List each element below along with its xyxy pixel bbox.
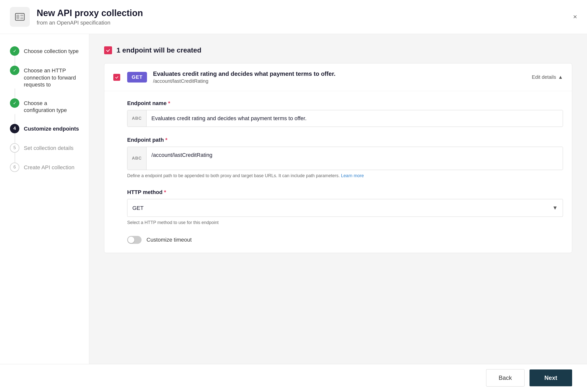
step2-label: Choose an HTTP connection to forward req… <box>24 66 79 88</box>
endpoint-card: GET Evaluates credit rating and decides … <box>104 63 572 253</box>
name-prefix: ABC <box>127 110 147 126</box>
content-area: 1 endpoint will be created GET Evaluates… <box>89 34 587 364</box>
step-connector-5 <box>15 153 15 162</box>
step4-icon: 4 <box>10 124 19 133</box>
learn-more-link[interactable]: Learn more <box>341 173 364 178</box>
customize-timeout-label: Customize timeout <box>147 237 192 243</box>
endpoint-path-label: Endpoint path * <box>127 137 563 143</box>
step4-label: Customize endpoints <box>24 124 79 132</box>
endpoint-info: Evaluates credit rating and decides what… <box>153 70 532 84</box>
endpoint-name-label: Endpoint name * <box>127 100 563 106</box>
step3-label: Choose a configuration type <box>24 98 79 114</box>
main-layout: ✓ Choose collection type ✓ Choose an HTT… <box>0 34 587 364</box>
required-star-method: * <box>164 189 166 196</box>
sidebar-item-step6: 6 Create API collection <box>10 162 79 172</box>
endpoint-title: Evaluates credit rating and decides what… <box>153 70 532 77</box>
step-connector-1 <box>15 56 15 66</box>
back-button[interactable]: Back <box>486 369 524 386</box>
endpoint-name-group: Endpoint name * ABC <box>127 100 563 127</box>
modal-header: New API proxy collection from an OpenAPI… <box>0 0 587 34</box>
edit-details-button[interactable]: Edit details ▲ <box>532 74 563 80</box>
step2-icon: ✓ <box>10 66 19 75</box>
endpoint-checkbox[interactable] <box>113 74 120 81</box>
header-icon <box>10 7 30 27</box>
endpoint-path-display: /account/lastCreditRating <box>153 78 532 84</box>
customize-timeout-row: Customize timeout <box>127 236 563 244</box>
http-method-select-wrapper: GET POST PUT DELETE PATCH OPTIONS HEAD ▼ <box>127 199 563 217</box>
sidebar: ✓ Choose collection type ✓ Choose an HTT… <box>0 34 89 364</box>
http-method-hint: Select a HTTP method to use for this end… <box>127 219 563 226</box>
step-connector-4 <box>15 133 15 143</box>
next-button[interactable]: Next <box>529 370 572 386</box>
sidebar-item-step5: 5 Set collection details <box>10 143 79 153</box>
step3-icon: ✓ <box>10 98 19 108</box>
step6-icon: 6 <box>10 162 19 172</box>
endpoint-path-hint: Define a endpoint path to be appended to… <box>127 172 563 179</box>
customize-timeout-toggle[interactable] <box>127 236 142 244</box>
http-method-group: HTTP method * GET POST PUT DELETE PATCH … <box>127 189 563 226</box>
svg-rect-1 <box>16 14 19 19</box>
endpoint-count-row: 1 endpoint will be created <box>104 46 572 54</box>
chevron-up-icon: ▲ <box>558 74 563 80</box>
step5-icon: 5 <box>10 143 19 153</box>
endpoint-header: GET Evaluates credit rating and decides … <box>104 64 572 91</box>
http-method-select[interactable]: GET POST PUT DELETE PATCH OPTIONS HEAD <box>132 205 552 211</box>
page-subtitle: from an OpenAPI specification <box>37 20 143 26</box>
toggle-knob <box>128 237 134 243</box>
endpoint-path-input-wrapper: ABC <box>127 147 563 170</box>
sidebar-item-step4: 4 Customize endpoints <box>10 124 79 133</box>
endpoint-count-text: 1 endpoint will be created <box>117 46 201 54</box>
endpoint-name-input[interactable] <box>147 110 563 126</box>
footer: Back Next <box>0 364 587 391</box>
step6-label: Create API collection <box>24 162 74 171</box>
step-connector-2 <box>15 88 15 98</box>
endpoint-path-input[interactable] <box>147 147 563 170</box>
svg-rect-2 <box>20 14 23 16</box>
required-star-name: * <box>168 100 170 106</box>
step1-label: Choose collection type <box>24 46 79 55</box>
check-icon <box>106 48 111 53</box>
sidebar-item-step2: ✓ Choose an HTTP connection to forward r… <box>10 66 79 88</box>
endpoint-path-group: Endpoint path * ABC Define a endpoint pa… <box>127 137 563 179</box>
svg-rect-3 <box>20 17 23 19</box>
method-badge: GET <box>127 72 147 82</box>
sidebar-item-step1: ✓ Choose collection type <box>10 46 79 56</box>
sidebar-item-step3: ✓ Choose a configuration type <box>10 98 79 114</box>
header-text: New API proxy collection from an OpenAPI… <box>37 8 143 26</box>
close-button[interactable]: × <box>573 14 577 20</box>
endpoint-count-checkbox[interactable] <box>104 46 112 54</box>
select-arrow-icon: ▼ <box>552 205 558 211</box>
path-prefix: ABC <box>127 147 147 170</box>
required-star-path: * <box>165 137 168 143</box>
endpoint-form: Endpoint name * ABC Endpoint path * <box>104 91 572 253</box>
page-title: New API proxy collection <box>37 8 143 18</box>
step5-label: Set collection details <box>24 143 74 152</box>
http-method-label: HTTP method * <box>127 189 563 196</box>
endpoint-name-input-wrapper: ABC <box>127 110 563 127</box>
step-connector-3 <box>15 114 15 124</box>
step1-icon: ✓ <box>10 46 19 56</box>
edit-details-label: Edit details <box>532 74 556 80</box>
api-icon <box>14 12 25 22</box>
endpoint-check-icon <box>115 75 119 79</box>
